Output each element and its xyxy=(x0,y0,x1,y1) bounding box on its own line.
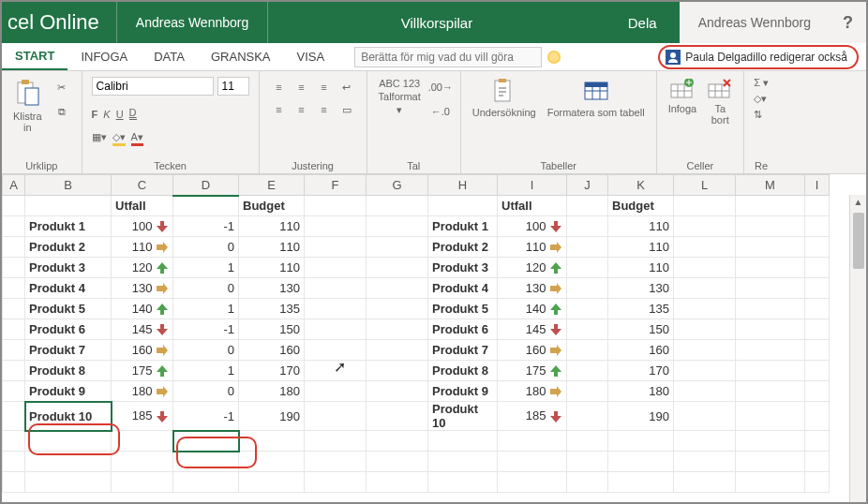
bold-button[interactable]: F xyxy=(92,109,98,120)
col-header[interactable]: G xyxy=(367,175,428,196)
align-middle-icon[interactable]: ≡ xyxy=(292,77,312,97)
cell[interactable]: 185 xyxy=(498,402,567,431)
cell[interactable]: Produkt 2 xyxy=(428,237,498,258)
clear-button[interactable]: ◇▾ xyxy=(754,93,767,105)
italic-button[interactable]: K xyxy=(103,109,110,120)
col-header[interactable]: E xyxy=(239,175,305,196)
cell[interactable]: Produkt 6 xyxy=(428,319,498,340)
active-cell[interactable] xyxy=(173,431,239,452)
cell[interactable]: 1 xyxy=(173,361,239,381)
cell[interactable]: 160 xyxy=(239,340,305,361)
cell[interactable]: 130 xyxy=(239,278,305,299)
current-user[interactable]: Andreas Wennborg xyxy=(680,2,830,43)
cell[interactable]: 1 xyxy=(173,258,239,278)
cell[interactable]: 175 xyxy=(498,361,567,381)
cell[interactable]: 110 xyxy=(239,237,305,258)
tab-infoga[interactable]: INFOGA xyxy=(67,43,141,70)
vertical-scrollbar[interactable]: ▲ xyxy=(849,195,866,502)
col-header[interactable]: H xyxy=(428,175,498,196)
merge-icon[interactable]: ▭ xyxy=(337,99,357,120)
border-button[interactable]: ▦▾ xyxy=(92,131,107,146)
cell[interactable]: Produkt 7 xyxy=(428,340,498,361)
cell[interactable]: 110 xyxy=(498,237,567,258)
tab-visa[interactable]: VISA xyxy=(284,43,338,70)
cell[interactable]: Produkt 7 xyxy=(25,340,112,361)
underline-button[interactable]: U xyxy=(116,109,124,120)
cell[interactable]: Produkt 10 xyxy=(25,402,112,431)
cell[interactable]: 160 xyxy=(112,340,173,361)
col-header[interactable]: J xyxy=(567,175,608,196)
cell[interactable]: Produkt 3 xyxy=(428,258,498,278)
font-color-button[interactable]: A▾ xyxy=(131,131,143,146)
cell[interactable]: 110 xyxy=(239,258,305,278)
tab-granska[interactable]: GRANSKA xyxy=(198,43,284,70)
cell[interactable]: 130 xyxy=(498,278,567,299)
format-table-button[interactable]: Formatera som tabell xyxy=(546,77,647,120)
cell[interactable]: 120 xyxy=(112,258,173,278)
collaborator-badge[interactable]: Paula Delgadillo redigerar också xyxy=(658,45,859,69)
cell[interactable]: 170 xyxy=(239,361,305,381)
align-top-icon[interactable]: ≡ xyxy=(269,77,290,97)
delete-button[interactable]: Ta bort xyxy=(706,77,734,127)
double-underline-button[interactable]: D xyxy=(129,109,137,120)
col-header[interactable]: I xyxy=(805,175,830,196)
cell[interactable]: Produkt 2 xyxy=(25,237,112,258)
cell[interactable]: 110 xyxy=(608,258,674,278)
col-header[interactable]: I xyxy=(498,175,567,196)
font-size-select[interactable] xyxy=(217,77,249,96)
cell[interactable]: 160 xyxy=(498,340,567,361)
cut-icon[interactable]: ✂ xyxy=(52,77,72,97)
cell[interactable]: Produkt 3 xyxy=(25,258,112,278)
sort-button[interactable]: ⇅ xyxy=(754,109,762,121)
cell[interactable]: Produkt 8 xyxy=(25,361,112,381)
cell[interactable]: 0 xyxy=(173,340,239,361)
col-header[interactable]: F xyxy=(305,175,367,196)
col-header[interactable]: M xyxy=(736,175,805,196)
col-header[interactable]: D xyxy=(173,175,239,196)
align-right-icon[interactable]: ≡ xyxy=(314,99,335,120)
cell[interactable]: 135 xyxy=(608,299,674,319)
align-center-icon[interactable]: ≡ xyxy=(292,99,312,120)
col-header[interactable]: K xyxy=(608,175,674,196)
cell[interactable]: Produkt 8 xyxy=(428,361,498,381)
cell[interactable]: 130 xyxy=(112,278,173,299)
cell[interactable]: 140 xyxy=(112,299,173,319)
cell[interactable]: -1 xyxy=(173,319,239,340)
cell[interactable]: 100 xyxy=(498,216,567,237)
col-header[interactable]: B xyxy=(25,175,112,196)
cell[interactable]: Produkt 9 xyxy=(25,381,112,402)
cell[interactable]: 130 xyxy=(608,278,674,299)
survey-button[interactable]: Undersökning xyxy=(471,77,538,120)
cell[interactable]: 180 xyxy=(112,381,173,402)
cell[interactable]: 175 xyxy=(112,361,173,381)
cell[interactable]: 180 xyxy=(608,381,674,402)
cell[interactable]: 145 xyxy=(498,319,567,340)
cell[interactable]: 120 xyxy=(498,258,567,278)
cell[interactable]: -1 xyxy=(173,402,239,431)
help-button[interactable]: ? xyxy=(830,2,866,43)
scroll-up-icon[interactable]: ▲ xyxy=(852,195,865,209)
doc-name[interactable]: Villkorspilar xyxy=(268,15,606,31)
cell[interactable]: 140 xyxy=(498,299,567,319)
cell[interactable]: Produkt 5 xyxy=(25,299,112,319)
tab-start[interactable]: START xyxy=(2,43,67,70)
cell[interactable]: 0 xyxy=(173,381,239,402)
cell[interactable]: 180 xyxy=(239,381,305,402)
cell[interactable]: Produkt 1 xyxy=(25,216,112,237)
cell[interactable]: 160 xyxy=(608,340,674,361)
copy-icon[interactable]: ⧉ xyxy=(52,101,72,122)
cell[interactable]: 110 xyxy=(608,237,674,258)
cell[interactable]: 170 xyxy=(608,361,674,381)
cell[interactable]: 110 xyxy=(112,237,173,258)
cell[interactable]: Produkt 9 xyxy=(428,381,498,402)
tell-me-input[interactable] xyxy=(354,47,542,67)
tab-data[interactable]: DATA xyxy=(141,43,198,70)
cell[interactable]: 110 xyxy=(608,216,674,237)
wrap-text-icon[interactable]: ↩ xyxy=(337,77,357,97)
cell[interactable]: 150 xyxy=(608,319,674,340)
align-bottom-icon[interactable]: ≡ xyxy=(314,77,335,97)
cell[interactable]: 0 xyxy=(173,237,239,258)
fill-color-button[interactable]: ◇▾ xyxy=(112,131,126,146)
col-header[interactable]: L xyxy=(674,175,736,196)
cell[interactable]: 190 xyxy=(608,402,674,431)
